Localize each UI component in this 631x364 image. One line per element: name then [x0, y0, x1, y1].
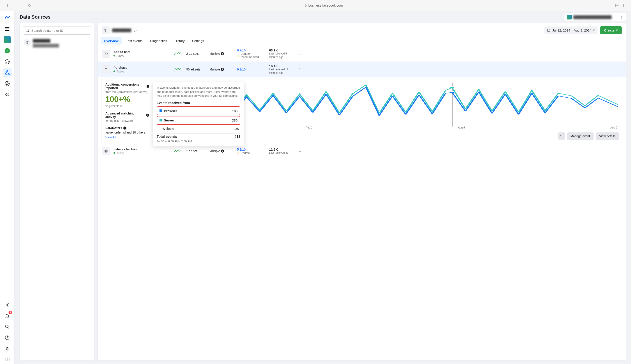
- date-range-selector[interactable]: Jul 12, 2024 – Aug 8, 2024 ▾: [544, 26, 597, 34]
- info-icon[interactable]: i: [221, 68, 224, 71]
- sparkline-icon: [174, 52, 183, 56]
- event-row[interactable]: Add to cart Active 2 ad sets Multiplei 6…: [98, 46, 626, 62]
- adsets-count: 1 ad set: [186, 149, 206, 153]
- data-sources-icon[interactable]: [3, 68, 12, 77]
- svg-point-55: [175, 150, 176, 151]
- tab-settings[interactable]: Settings: [189, 37, 207, 44]
- left-rail: + 9: [0, 11, 15, 364]
- warning-icon: ⚠: [237, 151, 240, 154]
- top-header: Data Sources ████████████████ ⋮: [15, 11, 631, 23]
- tab-diagnostics[interactable]: Diagnostics: [147, 37, 170, 44]
- tab-history[interactable]: History: [171, 37, 188, 44]
- svg-point-35: [106, 29, 107, 30]
- legend-color-icon: [160, 110, 162, 112]
- svg-point-20: [7, 304, 8, 306]
- back-icon[interactable]: [12, 3, 16, 8]
- svg-point-34: [104, 29, 105, 30]
- event-detail-card: Additional conversions reported i from t…: [101, 78, 622, 143]
- gauge-icon[interactable]: [3, 57, 12, 66]
- event-name: Purchase: [114, 66, 170, 70]
- profile-thumb[interactable]: [3, 36, 12, 44]
- hamburger-icon[interactable]: [3, 24, 12, 33]
- svg-point-31: [26, 41, 27, 42]
- sidebar-toggle-icon[interactable]: [4, 3, 8, 8]
- view-all-link[interactable]: View All: [105, 136, 149, 139]
- info-icon[interactable]: i: [147, 85, 149, 88]
- svg-point-15: [8, 61, 9, 62]
- url-bar[interactable]: business.facebook.com: [35, 4, 612, 7]
- chevron-down-icon[interactable]: ⌄: [297, 149, 303, 153]
- data-source-list-panel: ████████ ████████████: [20, 23, 94, 360]
- svg-point-36: [105, 30, 106, 32]
- action-button-partial[interactable]: a: [558, 132, 565, 140]
- gear-icon[interactable]: [3, 300, 12, 309]
- manage-event-button[interactable]: Manage event: [567, 132, 593, 140]
- search-input[interactable]: [31, 29, 89, 32]
- data-source-item[interactable]: ████████ ████████████: [23, 39, 91, 47]
- chevron-up-icon[interactable]: ⌃: [297, 68, 303, 71]
- svg-point-47: [178, 68, 179, 68]
- svg-point-33: [27, 43, 28, 44]
- star-icon[interactable]: [3, 79, 12, 88]
- date-range-text: Jul 12, 2024 – Aug 8, 2024: [552, 28, 591, 32]
- search-icon: [25, 28, 30, 32]
- add-icon[interactable]: +: [3, 46, 12, 55]
- sparkline-icon: [174, 68, 183, 71]
- svg-line-30: [28, 31, 29, 32]
- create-button[interactable]: Create ▾: [600, 26, 622, 34]
- forward-icon[interactable]: [19, 3, 24, 8]
- tabs: Overview Test events Diagnostics History…: [98, 37, 626, 44]
- warning-icon: ⚠: [237, 54, 240, 57]
- edit-icon[interactable]: [134, 28, 138, 32]
- url-text: business.facebook.com: [308, 4, 343, 7]
- svg-point-14: [6, 61, 6, 62]
- svg-point-29: [26, 29, 29, 32]
- meta-logo-icon[interactable]: [3, 14, 12, 22]
- highlight-box: Server230: [157, 116, 240, 125]
- svg-point-18: [8, 74, 10, 75]
- chevron-down-icon[interactable]: ⌄: [297, 52, 303, 56]
- view-details-button[interactable]: View details: [596, 132, 619, 140]
- pixel-group-icon: [24, 39, 31, 46]
- svg-rect-0: [4, 4, 8, 7]
- calendar-icon: [547, 28, 551, 32]
- info-icon[interactable]: i: [221, 52, 224, 55]
- svg-rect-37: [547, 29, 550, 32]
- event-row[interactable]: Purchase Active 96 ad sets Multiplei 9.2…: [98, 62, 626, 77]
- tabs-icon[interactable]: [623, 3, 627, 8]
- svg-point-56: [178, 150, 179, 150]
- event-name: Add to cart: [114, 50, 170, 54]
- svg-point-21: [5, 325, 8, 328]
- bell-icon[interactable]: 9: [3, 312, 12, 320]
- chevron-down-icon: ▾: [593, 28, 595, 32]
- event-row[interactable]: Initiate checkout Active 1 ad set Multip…: [98, 144, 626, 158]
- legend-color-icon: [160, 119, 162, 122]
- bag-icon: [102, 66, 110, 73]
- info-icon[interactable]: i: [221, 150, 224, 152]
- bug-icon[interactable]: [3, 344, 12, 353]
- conversion-uplift: 100+%: [105, 95, 149, 104]
- adsets-count: 96 ad sets: [186, 68, 206, 71]
- status-dot-icon: [114, 55, 115, 56]
- svg-point-46: [175, 68, 176, 69]
- lock-icon: [304, 4, 307, 7]
- svg-point-42: [107, 55, 107, 56]
- tab-test-events[interactable]: Test events: [123, 37, 146, 44]
- highlight-box: Browser183: [157, 106, 240, 115]
- chart-tooltip: In Events Manager, events are unattribut…: [153, 82, 244, 146]
- event-panel: ████████ Jul 12, 2024 – Aug 8, 2024 ▾ Cr…: [98, 23, 626, 360]
- handshake-icon[interactable]: [3, 90, 12, 99]
- reader-icon[interactable]: [615, 3, 619, 8]
- sparkline-icon: [174, 149, 183, 153]
- event-name: Initiate checkout: [114, 148, 170, 151]
- info-icon[interactable]: i: [146, 114, 149, 117]
- tab-overview[interactable]: Overview: [101, 37, 122, 44]
- search-icon[interactable]: [3, 322, 12, 331]
- reload-icon[interactable]: [27, 3, 32, 8]
- account-selector[interactable]: ████████████████ ⋮: [564, 13, 626, 21]
- search-input-wrap[interactable]: [23, 26, 91, 34]
- info-icon[interactable]: i: [123, 126, 126, 130]
- help-icon[interactable]: [3, 333, 12, 342]
- account-name: ████████████████: [573, 15, 612, 19]
- collapse-icon[interactable]: [3, 355, 12, 364]
